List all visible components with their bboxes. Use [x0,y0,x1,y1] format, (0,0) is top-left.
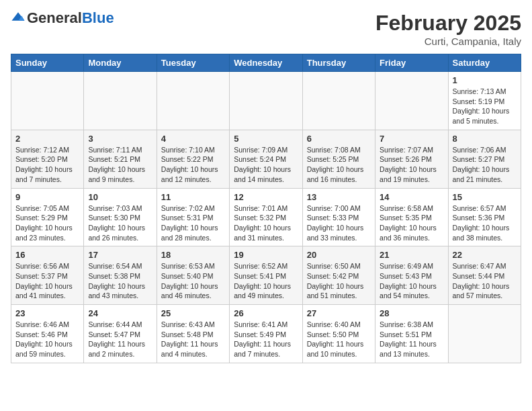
col-thursday: Thursday [302,54,375,72]
day-info: Sunrise: 6:57 AM Sunset: 5:36 PM Dayligh… [453,203,517,243]
day-info: Sunrise: 7:05 AM Sunset: 5:29 PM Dayligh… [15,203,79,243]
day-info: Sunrise: 7:06 AM Sunset: 5:27 PM Dayligh… [453,145,517,185]
calendar-week-row: 2Sunrise: 7:12 AM Sunset: 5:20 PM Daylig… [11,130,521,188]
page-container: GeneralBlue February 2025 Curti, Campani… [0,0,532,371]
day-number: 3 [88,134,152,144]
day-info: Sunrise: 6:56 AM Sunset: 5:37 PM Dayligh… [15,261,79,301]
day-number: 12 [234,192,298,202]
table-row [11,72,84,130]
day-info: Sunrise: 6:54 AM Sunset: 5:38 PM Dayligh… [88,261,152,301]
day-info: Sunrise: 7:03 AM Sunset: 5:30 PM Dayligh… [88,203,152,243]
table-row [375,72,448,130]
table-row: 8Sunrise: 7:06 AM Sunset: 5:27 PM Daylig… [448,130,521,188]
table-row: 28Sunrise: 6:38 AM Sunset: 5:51 PM Dayli… [375,305,448,363]
day-info: Sunrise: 7:07 AM Sunset: 5:26 PM Dayligh… [380,145,443,185]
day-number: 15 [453,192,517,202]
day-info: Sunrise: 6:43 AM Sunset: 5:48 PM Dayligh… [161,320,225,359]
table-row: 6Sunrise: 7:08 AM Sunset: 5:25 PM Daylig… [302,130,375,188]
table-row: 24Sunrise: 6:44 AM Sunset: 5:47 PM Dayli… [84,305,157,363]
day-info: Sunrise: 6:38 AM Sunset: 5:51 PM Dayligh… [380,320,443,359]
table-row: 17Sunrise: 6:54 AM Sunset: 5:38 PM Dayli… [84,246,157,305]
day-number: 8 [453,134,517,144]
table-row: 21Sunrise: 6:49 AM Sunset: 5:43 PM Dayli… [375,246,448,305]
col-saturday: Saturday [448,54,521,72]
table-row [302,72,375,130]
logo: GeneralBlue [11,11,114,26]
day-number: 26 [234,308,298,318]
day-number: 24 [88,308,152,318]
table-row [448,305,521,363]
day-info: Sunrise: 6:58 AM Sunset: 5:35 PM Dayligh… [380,203,443,243]
title-section: February 2025 Curti, Campania, Italy [375,11,521,47]
calendar-week-row: 23Sunrise: 6:46 AM Sunset: 5:46 PM Dayli… [11,305,521,363]
day-info: Sunrise: 6:52 AM Sunset: 5:41 PM Dayligh… [234,261,298,301]
table-row: 2Sunrise: 7:12 AM Sunset: 5:20 PM Daylig… [11,130,84,188]
day-info: Sunrise: 6:50 AM Sunset: 5:42 PM Dayligh… [307,261,371,301]
day-number: 28 [380,308,443,318]
table-row: 4Sunrise: 7:10 AM Sunset: 5:22 PM Daylig… [157,130,229,188]
table-row: 13Sunrise: 7:00 AM Sunset: 5:33 PM Dayli… [302,188,375,246]
day-number: 20 [307,250,371,260]
logo-general: General [27,9,82,26]
col-friday: Friday [375,54,448,72]
day-number: 17 [88,250,152,260]
table-row: 14Sunrise: 6:58 AM Sunset: 5:35 PM Dayli… [375,188,448,246]
table-row: 25Sunrise: 6:43 AM Sunset: 5:48 PM Dayli… [157,305,229,363]
day-info: Sunrise: 7:00 AM Sunset: 5:33 PM Dayligh… [307,203,371,243]
day-number: 5 [234,134,298,144]
logo-icon [11,11,26,26]
day-number: 25 [161,308,225,318]
header: GeneralBlue February 2025 Curti, Campani… [11,11,521,47]
day-info: Sunrise: 6:44 AM Sunset: 5:47 PM Dayligh… [88,320,152,359]
day-number: 11 [161,192,225,202]
table-row: 7Sunrise: 7:07 AM Sunset: 5:26 PM Daylig… [375,130,448,188]
day-info: Sunrise: 7:02 AM Sunset: 5:31 PM Dayligh… [161,203,225,243]
day-info: Sunrise: 7:11 AM Sunset: 5:21 PM Dayligh… [88,145,152,185]
calendar-week-row: 9Sunrise: 7:05 AM Sunset: 5:29 PM Daylig… [11,188,521,246]
table-row [84,72,157,130]
day-number: 2 [15,134,79,144]
table-row: 26Sunrise: 6:41 AM Sunset: 5:49 PM Dayli… [230,305,302,363]
day-info: Sunrise: 7:13 AM Sunset: 5:19 PM Dayligh… [453,87,517,126]
day-info: Sunrise: 7:10 AM Sunset: 5:22 PM Dayligh… [161,145,225,185]
day-info: Sunrise: 7:09 AM Sunset: 5:24 PM Dayligh… [234,145,298,185]
day-number: 19 [234,250,298,260]
calendar-week-row: 1Sunrise: 7:13 AM Sunset: 5:19 PM Daylig… [11,72,521,130]
day-number: 7 [380,134,443,144]
table-row: 9Sunrise: 7:05 AM Sunset: 5:29 PM Daylig… [11,188,84,246]
calendar: Sunday Monday Tuesday Wednesday Thursday… [11,54,521,363]
day-number: 22 [453,250,517,260]
day-number: 27 [307,308,371,318]
calendar-body: 1Sunrise: 7:13 AM Sunset: 5:19 PM Daylig… [11,72,521,363]
col-wednesday: Wednesday [230,54,302,72]
day-info: Sunrise: 6:40 AM Sunset: 5:50 PM Dayligh… [307,320,371,359]
table-row: 23Sunrise: 6:46 AM Sunset: 5:46 PM Dayli… [11,305,84,363]
day-number: 9 [15,192,79,202]
day-info: Sunrise: 7:12 AM Sunset: 5:20 PM Dayligh… [15,145,79,185]
table-row: 10Sunrise: 7:03 AM Sunset: 5:30 PM Dayli… [84,188,157,246]
col-tuesday: Tuesday [157,54,229,72]
table-row: 27Sunrise: 6:40 AM Sunset: 5:50 PM Dayli… [302,305,375,363]
table-row [230,72,302,130]
table-row: 18Sunrise: 6:53 AM Sunset: 5:40 PM Dayli… [157,246,229,305]
table-row: 20Sunrise: 6:50 AM Sunset: 5:42 PM Dayli… [302,246,375,305]
table-row: 1Sunrise: 7:13 AM Sunset: 5:19 PM Daylig… [448,72,521,130]
table-row: 19Sunrise: 6:52 AM Sunset: 5:41 PM Dayli… [230,246,302,305]
day-info: Sunrise: 6:46 AM Sunset: 5:46 PM Dayligh… [15,320,79,359]
calendar-header-row: Sunday Monday Tuesday Wednesday Thursday… [11,54,521,72]
col-monday: Monday [84,54,157,72]
day-number: 1 [453,75,517,85]
table-row: 3Sunrise: 7:11 AM Sunset: 5:21 PM Daylig… [84,130,157,188]
calendar-week-row: 16Sunrise: 6:56 AM Sunset: 5:37 PM Dayli… [11,246,521,305]
day-number: 18 [161,250,225,260]
col-sunday: Sunday [11,54,84,72]
day-number: 21 [380,250,443,260]
logo-blue: Blue [82,9,114,26]
logo-text: GeneralBlue [27,11,114,26]
day-number: 6 [307,134,371,144]
day-info: Sunrise: 6:41 AM Sunset: 5:49 PM Dayligh… [234,320,298,359]
day-info: Sunrise: 6:49 AM Sunset: 5:43 PM Dayligh… [380,261,443,301]
day-number: 10 [88,192,152,202]
month-title: February 2025 [375,11,521,36]
day-number: 23 [15,308,79,318]
